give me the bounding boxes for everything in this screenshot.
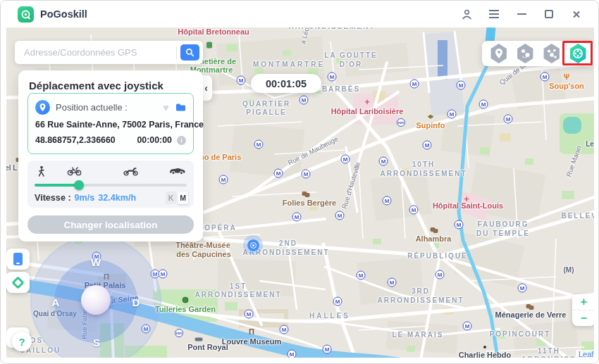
zoom-control: + − <box>572 294 594 326</box>
current-coordinates: 48.868757,2.336660 <box>35 135 116 145</box>
joystick-knob[interactable] <box>81 285 111 315</box>
app-logo: PoGoskill <box>18 6 87 23</box>
two-spot-mode-icon <box>516 44 534 63</box>
leaflet-attribution[interactable]: Leaflet <box>576 350 594 358</box>
position-timer: 00:00:00 <box>137 135 172 145</box>
joystick-key-up: W <box>91 256 101 268</box>
help-button[interactable]: ? <box>12 332 32 351</box>
speed-value-ms: 9m/s <box>75 193 95 203</box>
teleport-mode-icon <box>490 44 508 63</box>
mode-selector-bar <box>482 41 594 66</box>
position-label: Position actuelle : <box>56 102 128 113</box>
joystick-key-left: A <box>52 296 60 308</box>
favorite-heart-icon[interactable]: ♥ <box>163 102 169 113</box>
search-bar <box>15 41 203 64</box>
speed-label: Vitesse : <box>35 193 71 203</box>
user-account-icon[interactable] <box>460 8 473 20</box>
mode-teleport-button[interactable] <box>488 43 510 64</box>
mode-multi-spot-button[interactable] <box>541 43 562 64</box>
walking-speed-icon[interactable] <box>36 165 47 180</box>
app-title: PoGoskill <box>40 8 87 20</box>
speed-slider-fill <box>35 184 79 187</box>
speed-value-kmh: 32.4km/h <box>98 193 136 203</box>
location-pin-icon <box>35 100 50 115</box>
joystick-key-right: D <box>132 296 140 308</box>
speed-card: Vitesse : 9m/s 32.4km/h K M <box>27 161 194 208</box>
current-position-card: Position actuelle : ♥ 66 Rue Sainte-Anne… <box>27 93 194 154</box>
motorcycle-speed-icon[interactable] <box>123 165 138 179</box>
search-icon <box>185 48 194 57</box>
center-position-button[interactable] <box>6 272 30 293</box>
unit-mile-button[interactable]: M <box>178 192 188 204</box>
zoom-out-button[interactable]: − <box>572 310 594 326</box>
search-button[interactable] <box>180 44 199 61</box>
info-icon[interactable]: i <box>177 136 186 145</box>
mode-two-spot-button[interactable] <box>514 43 536 64</box>
speed-slider[interactable] <box>35 184 187 187</box>
unit-km-button[interactable]: K <box>166 192 176 204</box>
mode-joystick-button[interactable] <box>567 43 588 64</box>
session-timer: 00:01:05 <box>251 74 321 93</box>
movement-joystick[interactable]: W A D S <box>30 236 161 358</box>
title-bar: PoGoskill ✕ <box>1 1 598 27</box>
divider <box>176 46 177 59</box>
change-location-button[interactable]: Changer localisation <box>27 215 194 234</box>
zoom-in-button[interactable]: + <box>572 294 594 310</box>
joystick-mode-icon <box>569 44 587 63</box>
device-button[interactable] <box>6 249 30 270</box>
saved-locations-folder-icon[interactable] <box>175 103 186 112</box>
app-window: PoGoskill ✕ <box>0 0 599 364</box>
joystick-key-down: S <box>93 337 100 349</box>
menu-icon[interactable] <box>488 8 500 20</box>
multi-spot-mode-icon <box>543 44 561 63</box>
compass-icon <box>11 276 24 289</box>
search-input[interactable] <box>15 41 176 64</box>
minimize-button[interactable] <box>515 8 528 20</box>
close-button[interactable]: ✕ <box>570 8 583 20</box>
phone-icon <box>13 253 23 265</box>
pogoskill-logo-icon <box>18 6 34 23</box>
panel-title: Déplacement avec joystick <box>29 80 203 92</box>
speed-slider-knob[interactable] <box>74 180 84 190</box>
current-address: 66 Rue Sainte-Anne, 75002 Paris, France <box>35 120 186 130</box>
bicycle-speed-icon[interactable] <box>67 165 82 179</box>
joystick-panel: Déplacement avec joystick Position actue… <box>18 70 203 241</box>
car-speed-icon[interactable] <box>168 165 186 178</box>
unit-toggle: K M <box>166 192 188 204</box>
maximize-button[interactable] <box>543 8 555 20</box>
